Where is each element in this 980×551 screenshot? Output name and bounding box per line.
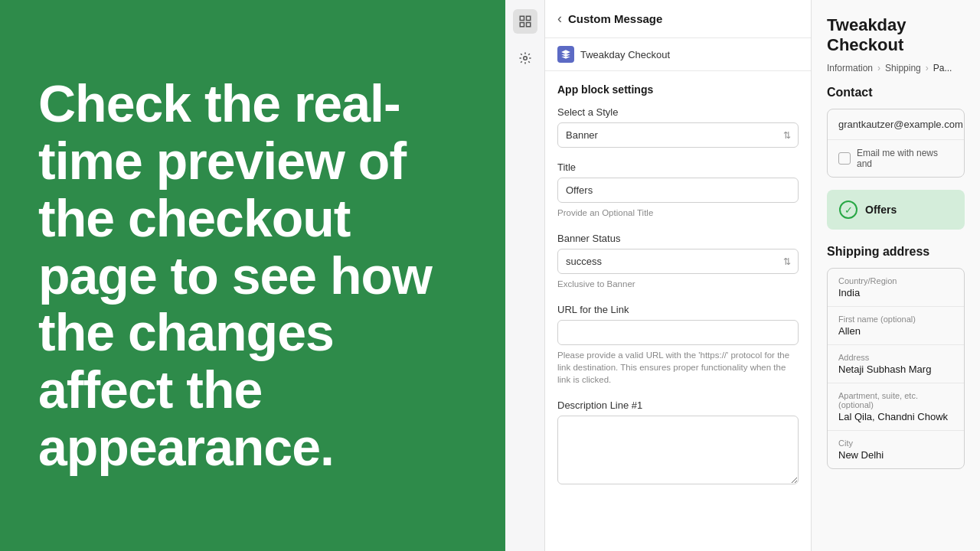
svg-rect-1 [526,16,530,20]
email-news-label: Email me with news and [857,148,953,169]
banner-status-label: Banner Status [557,233,799,244]
banner-status-select[interactable]: success info warning error [557,249,799,274]
title-field-label: Title [557,161,799,173]
style-field-label: Select a Style [557,106,799,118]
url-field-label: URL for the Link [557,304,799,315]
shipping-section-title: Shipping address [812,245,980,268]
hero-heading: Check the real-time preview of the check… [38,75,467,476]
title-field-helper: Provide an Optional Title [557,207,799,219]
style-field-group: Select a Style Banner Inline Popup [557,106,799,148]
section-title: App block settings [557,83,799,96]
panel-body: App block settings Select a Style Banner… [545,71,811,514]
address-field-firstname: First name (optional) Allen [828,307,964,345]
title-field-group: Title Provide an Optional Title [557,161,799,219]
address-label-city: City [838,439,953,448]
contact-email-row: Email me with news and [828,140,964,177]
title-input[interactable] [557,178,799,203]
back-button[interactable]: ‹ [557,11,562,27]
breadcrumb-step-1: Information [827,63,873,73]
address-label-apartment: Apartment, suite, etc. (optional) [838,391,953,409]
gear-icon[interactable] [513,46,537,70]
svg-rect-2 [520,23,524,27]
offers-banner-text: Offers [865,204,897,216]
offers-banner: ✓ Offers [827,190,965,230]
app-icon [557,46,574,63]
address-label-country: Country/Region [838,276,953,285]
description-textarea[interactable] [557,416,799,484]
address-label-firstname: First name (optional) [838,315,953,324]
contact-email-field: grantkautzer@example.com [828,109,964,140]
address-value-firstname: Allen [838,325,953,337]
grid-icon[interactable] [513,9,537,34]
panel-header: ‹ Custom Message [545,0,811,38]
description-field-group: Description Line #1 [557,399,799,487]
breadcrumb: Information › Shipping › Pa... [812,63,980,86]
style-select-wrapper: Banner Inline Popup [557,122,799,148]
address-field-address: Address Netaji Subhash Marg [828,345,964,383]
description-field-label: Description Line #1 [557,399,799,411]
banner-status-select-wrapper: success info warning error [557,249,799,274]
breadcrumb-step-2: Shipping [885,63,921,73]
preview-panel: Tweakday Checkout Information › Shipping… [812,0,980,551]
url-field-helper: Please provide a valid URL with the 'htt… [557,349,799,386]
banner-status-helper: Exclusive to Banner [557,278,799,290]
address-value-apartment: Lal Qila, Chandni Chowk [838,411,953,422]
panel-subheader: Tweakday Checkout [545,38,811,71]
preview-title: Tweakday Checkout [812,0,980,63]
svg-rect-0 [520,16,524,20]
svg-point-4 [523,57,527,60]
contact-email-value: grantkautzer@example.com [838,119,963,130]
breadcrumb-step-3: Pa... [933,63,952,73]
panel-header-title: Custom Message [568,12,662,25]
address-label-address: Address [838,353,953,362]
banner-status-field-group: Banner Status success info warning error… [557,233,799,290]
style-select[interactable]: Banner Inline Popup [557,122,799,148]
svg-rect-3 [526,23,530,27]
app-name-label: Tweakday Checkout [580,49,670,60]
address-value-country: India [838,287,953,298]
url-input[interactable] [557,320,799,345]
address-field-apartment: Apartment, suite, etc. (optional) Lal Qi… [828,383,964,431]
url-field-group: URL for the Link Please provide a valid … [557,304,799,386]
sidebar [505,0,545,551]
contact-section-title: Contact [812,86,980,109]
address-value-address: Netaji Subhash Marg [838,364,953,375]
address-box: Country/Region India First name (optiona… [827,268,965,469]
address-value-city: New Delhi [838,449,953,461]
contact-box: grantkautzer@example.com Email me with n… [827,109,965,178]
settings-panel: ‹ Custom Message Tweakday Checkout App b… [545,0,812,551]
left-panel: Check the real-time preview of the check… [0,0,505,551]
offers-check-icon: ✓ [839,201,858,219]
breadcrumb-sep-1: › [877,63,880,73]
address-field-city: City New Delhi [828,431,964,468]
breadcrumb-sep-2: › [926,63,929,73]
address-field-country: Country/Region India [828,269,964,307]
email-news-checkbox[interactable] [838,152,851,165]
